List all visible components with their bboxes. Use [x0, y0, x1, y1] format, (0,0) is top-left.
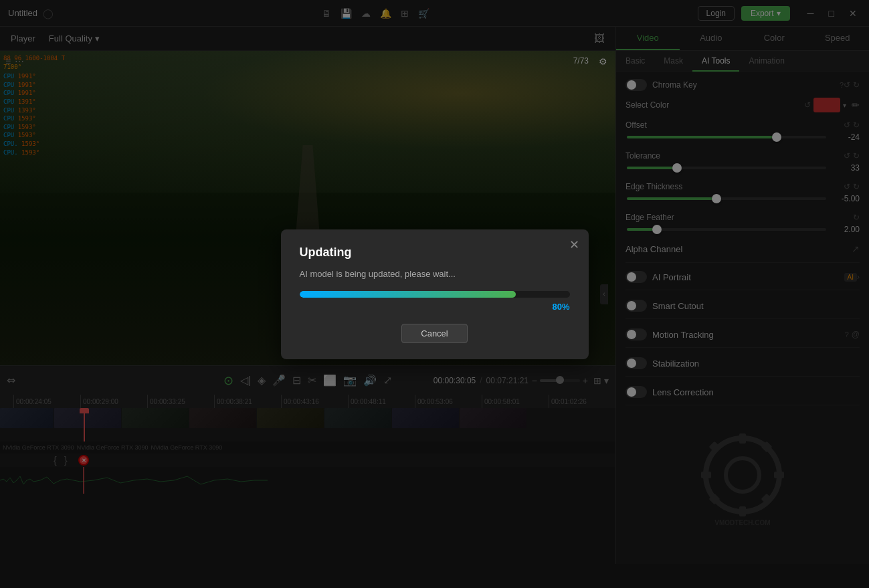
progress-bar-fill	[300, 291, 516, 298]
modal-message: AI model is being updated, please wait..…	[300, 269, 570, 279]
progress-bar-bg	[300, 291, 570, 298]
modal-dialog: ✕ Updating AI model is being updated, pl…	[281, 229, 589, 359]
progress-row: 80%	[300, 302, 570, 312]
progress-percent: 80%	[552, 302, 569, 312]
modal-close-button[interactable]: ✕	[569, 237, 579, 252]
cancel-button[interactable]: Cancel	[401, 324, 467, 343]
modal-overlay: ✕ Updating AI model is being updated, pl…	[0, 0, 869, 588]
modal-actions: Cancel	[300, 324, 570, 343]
modal-title: Updating	[300, 246, 570, 260]
